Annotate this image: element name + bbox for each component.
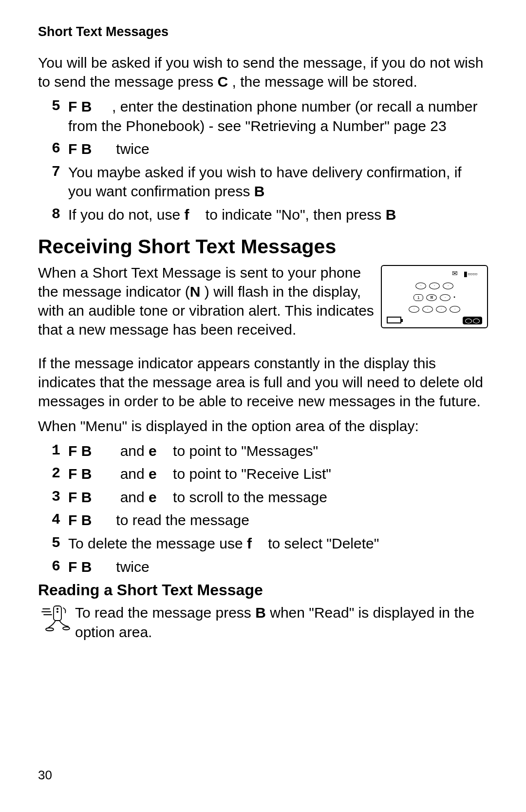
lcd-dot: ▪ bbox=[453, 294, 455, 301]
step-b3: 3 F B and e to scroll to the message bbox=[52, 488, 488, 507]
tail: twice bbox=[116, 559, 149, 575]
receiving-p2: If the message indicator appears constan… bbox=[38, 354, 488, 411]
step-text: F B and e to point to "Receive List" bbox=[68, 464, 488, 484]
key-fb: F B bbox=[68, 466, 92, 482]
reading-heading: Reading a Short Text Message bbox=[38, 581, 488, 599]
step-number: 5 bbox=[52, 97, 68, 116]
step-text: If you do not, use f to indicate "No", t… bbox=[68, 205, 488, 225]
tail: to scroll to the message bbox=[169, 489, 327, 505]
key-fb: F B bbox=[68, 443, 92, 459]
step-text: F B to read the message bbox=[68, 510, 488, 530]
steps-block-a: 5 F B , enter the destination phone numb… bbox=[38, 97, 488, 225]
svg-point-6 bbox=[46, 628, 54, 631]
step-number: 4 bbox=[52, 510, 68, 530]
key-e: e bbox=[149, 443, 157, 459]
signal-icon: ▮▫▫▫▫ bbox=[464, 270, 477, 278]
step-number: 2 bbox=[52, 464, 68, 484]
before: To delete the message use bbox=[68, 535, 247, 551]
lcd-cell: · bbox=[450, 306, 460, 313]
svg-point-4 bbox=[57, 608, 58, 609]
step-content: , enter the destination phone number (or… bbox=[68, 98, 477, 134]
page-header: Short Text Messages bbox=[38, 24, 488, 39]
svg-point-7 bbox=[63, 627, 70, 630]
tip-row: To read the message press B when "Read" … bbox=[38, 603, 488, 642]
receiving-p3: When "Menu" is displayed in the option a… bbox=[38, 416, 488, 435]
step-number: 6 bbox=[52, 139, 68, 159]
step-text: To delete the message use f to select "D… bbox=[68, 534, 488, 553]
phone-screen-icon: ✉ ▮▫▫▫▫ · · · 1 ⊠ · ▪ · · · · bbox=[381, 265, 488, 328]
lcd-cell: · bbox=[443, 283, 453, 289]
key-c: C bbox=[218, 74, 228, 90]
key-b: B bbox=[255, 604, 266, 621]
tail: to select "Delete" bbox=[264, 535, 379, 551]
step-mid: to indicate "No", then press bbox=[202, 207, 386, 223]
key-fb: F B bbox=[68, 512, 92, 528]
lcd-cell: · bbox=[436, 306, 447, 313]
step-a7: 7 You maybe asked if you wish to have de… bbox=[52, 163, 488, 201]
intro-paragraph: You will be asked if you wish to send th… bbox=[38, 53, 488, 91]
tail: to point to "Receive List" bbox=[169, 466, 331, 482]
step-number: 7 bbox=[52, 163, 68, 182]
step-number: 1 bbox=[52, 441, 68, 461]
tail: to read the message bbox=[116, 512, 249, 528]
steps-block-b: 1 F B and e to point to "Messages" 2 F B… bbox=[38, 441, 488, 577]
step-content: You maybe asked if you wish to have deli… bbox=[68, 164, 462, 200]
step-b6: 6 F B twice bbox=[52, 557, 488, 577]
step-a8: 8 If you do not, use f to indicate "No",… bbox=[52, 205, 488, 225]
key-f: f bbox=[247, 535, 252, 551]
step-number: 6 bbox=[52, 557, 68, 577]
step-number: 5 bbox=[52, 534, 68, 553]
step-text: F B twice bbox=[68, 557, 488, 577]
key-fb: F B bbox=[68, 98, 92, 114]
step-a6: 6 F B twice bbox=[52, 139, 488, 159]
lcd-cell: · bbox=[422, 306, 433, 313]
tail: to point to "Messages" bbox=[169, 443, 318, 459]
step-number: 3 bbox=[52, 488, 68, 507]
and: and bbox=[116, 443, 149, 459]
key-e: e bbox=[149, 489, 157, 505]
receiving-heading: Receiving Short Text Messages bbox=[38, 235, 488, 258]
page-number: 30 bbox=[38, 768, 52, 783]
softkey-icon bbox=[463, 317, 482, 324]
key-n: N bbox=[190, 283, 201, 300]
lcd-cell: · bbox=[415, 283, 426, 289]
step-b1: 1 F B and e to point to "Messages" bbox=[52, 441, 488, 461]
step-text: F B and e to point to "Messages" bbox=[68, 441, 488, 461]
step-before: If you do not, use bbox=[68, 207, 185, 223]
step-text: F B twice bbox=[68, 139, 488, 159]
step-content: twice bbox=[116, 141, 149, 157]
step-text: F B and e to scroll to the message bbox=[68, 488, 488, 507]
svg-point-5 bbox=[57, 611, 58, 612]
battery-icon bbox=[387, 317, 401, 323]
step-text: F B , enter the destination phone number… bbox=[68, 97, 488, 135]
lcd-cell: ⊠ bbox=[426, 294, 437, 301]
tip-text: To read the message press B when "Read" … bbox=[75, 603, 488, 642]
lcd-cell: · bbox=[440, 294, 451, 301]
step-b4: 4 F B to read the message bbox=[52, 510, 488, 530]
step-b2: 2 F B and e to point to "Receive List" bbox=[52, 464, 488, 484]
and: and bbox=[116, 466, 149, 482]
tip-a: To read the message press bbox=[75, 604, 255, 621]
running-phone-icon bbox=[41, 603, 75, 637]
and: and bbox=[116, 489, 149, 505]
step-a5: 5 F B , enter the destination phone numb… bbox=[52, 97, 488, 135]
key-e: e bbox=[149, 466, 157, 482]
key-f: f bbox=[185, 207, 189, 223]
step-text: You maybe asked if you wish to have deli… bbox=[68, 163, 488, 201]
step-number: 8 bbox=[52, 205, 68, 225]
intro-text-2: , the message will be stored. bbox=[228, 74, 417, 90]
key-b: B bbox=[254, 183, 265, 199]
key-fb: F B bbox=[68, 489, 92, 505]
step-b5: 5 To delete the message use f to select … bbox=[52, 534, 488, 553]
key-fb: F B bbox=[68, 559, 92, 575]
lcd-cell: 1 bbox=[413, 294, 423, 301]
lcd-cell: · bbox=[409, 306, 419, 313]
key-b: B bbox=[386, 207, 396, 223]
lcd-cell: · bbox=[429, 283, 440, 289]
envelope-icon: ✉ bbox=[452, 270, 458, 278]
key-fb: F B bbox=[68, 141, 92, 157]
